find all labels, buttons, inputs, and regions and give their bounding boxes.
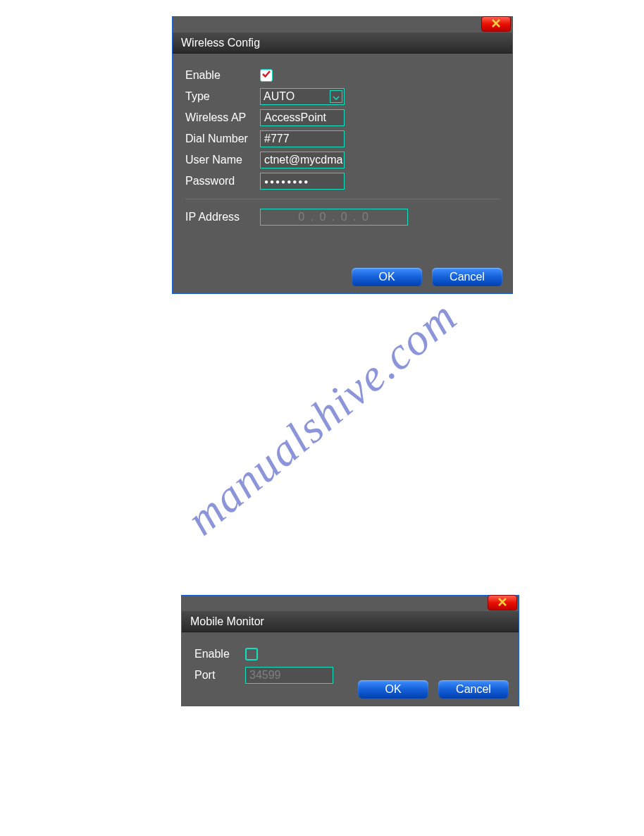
type-label: Type <box>185 90 256 103</box>
enable-checkbox[interactable] <box>245 648 258 660</box>
user-name-label: User Name <box>185 154 256 166</box>
close-button[interactable] <box>481 16 511 32</box>
enable-label: Enable <box>185 69 256 82</box>
watermark-text: manualshive.com <box>177 290 467 546</box>
divider <box>185 199 500 199</box>
ok-button[interactable]: OK <box>352 268 422 286</box>
user-name-input[interactable]: ctnet@mycdma. <box>260 152 345 168</box>
type-value: AUTO <box>264 90 295 103</box>
ip-address-input: 0 . 0 . 0 . 0 <box>260 209 408 226</box>
chevron-down-icon <box>333 90 340 103</box>
cancel-button[interactable]: Cancel <box>432 268 502 286</box>
enable-label: Enable <box>194 648 241 660</box>
password-label: Password <box>185 175 256 188</box>
close-icon <box>492 18 500 30</box>
ok-button[interactable]: OK <box>358 680 428 699</box>
wireless-ap-label: Wireless AP <box>185 111 256 124</box>
dropdown-button[interactable] <box>330 90 342 103</box>
dial-number-input[interactable]: #777 <box>260 130 345 147</box>
ip-address-label: IP Address <box>185 211 256 223</box>
dial-number-label: Dial Number <box>185 133 256 145</box>
mobile-monitor-dialog: Mobile Monitor Enable Port 34599 OK Canc… <box>181 595 519 706</box>
check-icon <box>261 69 271 82</box>
wireless-config-dialog: Wireless Config Enable Type AUTO Wir <box>172 16 513 294</box>
dialog-title: Wireless Config <box>173 32 512 54</box>
port-input[interactable]: 34599 <box>245 667 333 684</box>
close-icon <box>498 596 507 609</box>
dialog-title: Mobile Monitor <box>182 611 519 632</box>
cancel-button[interactable]: Cancel <box>438 680 509 699</box>
enable-checkbox[interactable] <box>260 69 273 82</box>
password-input[interactable]: ●●●●●●●● <box>260 173 345 190</box>
port-label: Port <box>194 669 241 682</box>
close-button[interactable] <box>488 595 517 610</box>
wireless-ap-input[interactable]: AccessPoint <box>260 109 345 126</box>
type-select[interactable]: AUTO <box>260 88 345 105</box>
